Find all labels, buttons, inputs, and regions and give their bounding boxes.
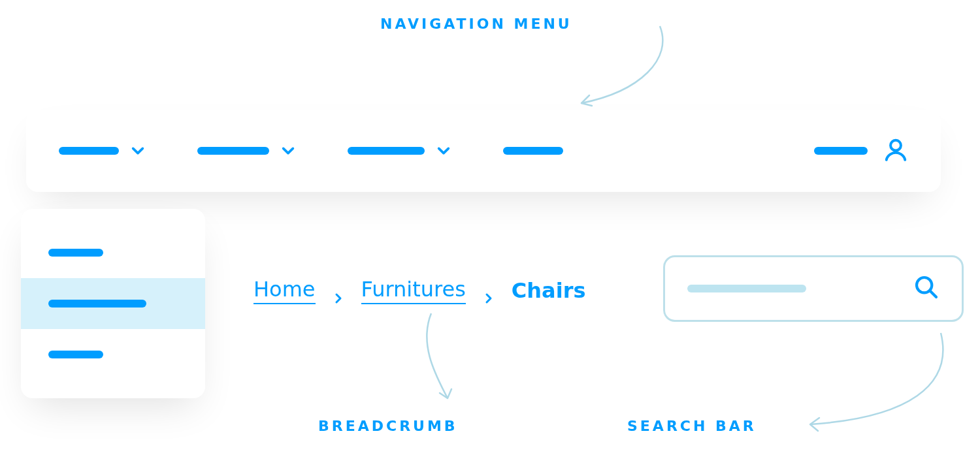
- nav-item-2[interactable]: [197, 144, 295, 158]
- navigation-menu-bar: [26, 110, 941, 192]
- dropdown-item-3[interactable]: [21, 329, 205, 380]
- annotation-arrow-breadcrumb: [412, 307, 490, 418]
- annotation-nav-menu-label: NAVIGATION MENU: [380, 16, 572, 32]
- nav-item-1-placeholder: [59, 147, 119, 155]
- dropdown-item-1-placeholder: [48, 249, 103, 257]
- chevron-down-icon: [281, 144, 295, 158]
- nav-item-3-placeholder: [348, 147, 425, 155]
- nav-account-placeholder: [814, 147, 868, 155]
- chevron-right-icon: [483, 285, 495, 296]
- chevron-down-icon: [436, 144, 451, 158]
- user-icon[interactable]: [883, 137, 908, 165]
- dropdown-item-2[interactable]: [21, 278, 205, 329]
- dropdown-item-3-placeholder: [48, 351, 103, 358]
- nav-item-4[interactable]: [503, 147, 563, 155]
- nav-item-3[interactable]: [348, 144, 451, 158]
- nav-item-2-placeholder: [197, 147, 269, 155]
- svg-point-0: [890, 140, 901, 151]
- search-placeholder: [687, 285, 806, 292]
- breadcrumb-link-furnitures[interactable]: Furnitures: [361, 277, 466, 304]
- nav-dropdown-panel: [21, 209, 205, 398]
- breadcrumb: Home Furnitures Chairs: [253, 277, 586, 304]
- annotation-arrow-nav: [542, 20, 686, 118]
- breadcrumb-current: Chairs: [512, 278, 586, 303]
- search-icon[interactable]: [913, 274, 939, 303]
- dropdown-item-1[interactable]: [21, 227, 205, 278]
- chevron-down-icon: [131, 144, 145, 158]
- chevron-right-icon: [333, 285, 344, 296]
- search-bar[interactable]: [663, 255, 964, 322]
- nav-left-group: [59, 144, 814, 158]
- nav-item-1[interactable]: [59, 144, 145, 158]
- dropdown-item-2-placeholder: [48, 300, 146, 307]
- nav-item-4-placeholder: [503, 147, 563, 155]
- annotation-search-label: SEARCH BAR: [627, 418, 757, 434]
- annotation-arrow-search: [738, 326, 954, 444]
- nav-right-group: [814, 137, 908, 165]
- annotation-breadcrumb-label: BREADCRUMB: [318, 418, 458, 434]
- breadcrumb-link-home[interactable]: Home: [253, 277, 316, 304]
